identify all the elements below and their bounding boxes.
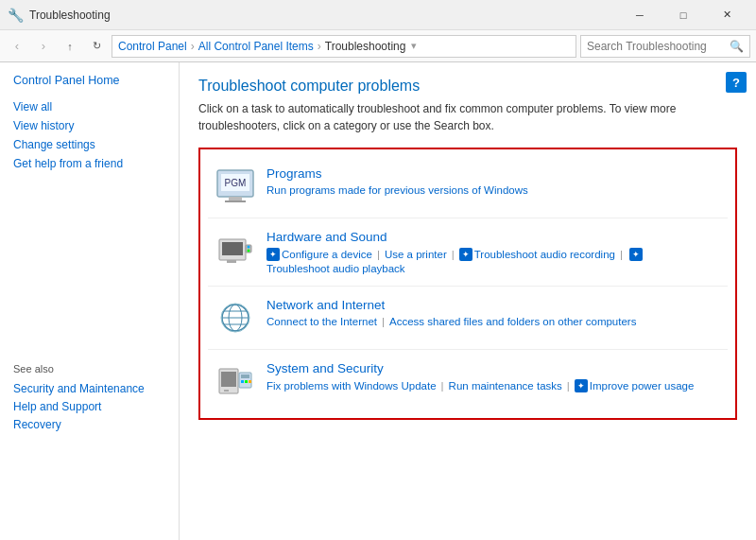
network-icon xyxy=(215,298,255,338)
window-icon: 🔧 xyxy=(8,8,24,23)
sep4: | xyxy=(382,316,385,327)
sidebar-item-help-support[interactable]: Help and Support xyxy=(13,400,165,413)
network-link-connect[interactable]: Connect to the Internet xyxy=(266,316,377,327)
programs-icon: PGM xyxy=(215,166,255,206)
titlebar: 🔧 Troubleshooting ─ □ ✕ xyxy=(0,0,756,30)
svg-rect-24 xyxy=(249,380,251,383)
sidebar-item-view-all[interactable]: View all xyxy=(13,100,165,113)
network-content: Network and Internet Connect to the Inte… xyxy=(266,298,720,327)
svg-point-8 xyxy=(248,246,250,249)
programs-links: Run programs made for previous versions … xyxy=(266,184,720,196)
category-item-network[interactable]: Network and Internet Connect to the Inte… xyxy=(208,287,728,350)
hardware-icon xyxy=(215,230,255,270)
back-button[interactable]: ‹ xyxy=(6,35,28,58)
audio-play-icon: ✦ xyxy=(629,248,643,261)
network-name[interactable]: Network and Internet xyxy=(266,298,720,312)
sidebar-item-security-maintenance[interactable]: Security and Maintenance xyxy=(13,382,165,395)
forward-button[interactable]: › xyxy=(32,35,55,58)
breadcrumb-all-items[interactable]: All Control Panel Items xyxy=(198,40,314,53)
system-content: System and Security Fix problems with Wi… xyxy=(266,361,720,392)
window-title: Troubleshooting xyxy=(29,9,618,22)
system-link-maintenance[interactable]: Run maintenance tasks xyxy=(449,380,562,392)
sidebar-item-change-settings[interactable]: Change settings xyxy=(13,138,165,151)
help-button[interactable]: ? xyxy=(726,72,747,93)
category-item-system[interactable]: System and Security Fix problems with Wi… xyxy=(208,350,728,412)
breadcrumb-control-panel[interactable]: Control Panel xyxy=(118,40,187,53)
configure-icon: ✦ xyxy=(266,248,280,261)
svg-rect-18 xyxy=(221,372,236,387)
sep6: | xyxy=(567,380,570,392)
window-controls: ─ □ ✕ xyxy=(618,0,748,30)
sidebar-nav: View all View history Change settings Ge… xyxy=(13,100,165,170)
hardware-link-audio-rec[interactable]: Troubleshoot audio recording xyxy=(474,249,615,260)
search-icon[interactable]: 🔍 xyxy=(730,40,744,53)
programs-link-1[interactable]: Run programs made for previous versions … xyxy=(266,184,528,196)
see-also-links: Security and Maintenance Help and Suppor… xyxy=(13,382,165,431)
svg-rect-21 xyxy=(241,375,249,378)
svg-point-9 xyxy=(248,250,250,253)
programs-name[interactable]: Programs xyxy=(266,166,720,181)
sidebar-item-get-help[interactable]: Get help from a friend xyxy=(13,157,165,170)
see-also-title: See also xyxy=(13,363,165,375)
sidebar-item-view-history[interactable]: View history xyxy=(13,119,165,132)
network-link-shared[interactable]: Access shared files and folders on other… xyxy=(389,316,636,327)
page-title: Troubleshoot computer problems xyxy=(198,78,737,95)
hardware-link-printer[interactable]: Use a printer xyxy=(385,249,447,260)
breadcrumb-dropdown[interactable]: ▾ xyxy=(411,40,417,52)
system-links: Fix problems with Windows Update | Run m… xyxy=(266,379,720,392)
up-button[interactable]: ↑ xyxy=(59,35,81,58)
breadcrumb-sep-2: › xyxy=(318,40,321,53)
audio-rec-icon: ✦ xyxy=(459,248,472,261)
svg-rect-23 xyxy=(245,380,248,383)
system-icon xyxy=(215,361,255,401)
control-panel-home-link[interactable]: Control Panel Home xyxy=(13,74,165,87)
network-links: Connect to the Internet | Access shared … xyxy=(266,316,720,327)
svg-rect-19 xyxy=(224,390,229,392)
svg-rect-6 xyxy=(222,242,243,255)
main-container: Control Panel Home View all View history… xyxy=(0,62,756,540)
programs-content: Programs Run programs made for previous … xyxy=(266,166,720,196)
sep2: | xyxy=(452,249,455,260)
system-link-power[interactable]: Improve power usage xyxy=(590,380,695,392)
minimize-button[interactable]: ─ xyxy=(618,0,662,30)
category-item-hardware[interactable]: Hardware and Sound ✦ Configure a device … xyxy=(208,218,728,287)
sep1: | xyxy=(377,249,380,260)
hardware-content: Hardware and Sound ✦ Configure a device … xyxy=(266,230,720,274)
system-name[interactable]: System and Security xyxy=(266,361,720,375)
content-area: ? Troubleshoot computer problems Click o… xyxy=(180,62,756,540)
category-item-programs[interactable]: PGM Programs Run programs made for previ… xyxy=(208,155,728,218)
svg-rect-22 xyxy=(241,380,244,383)
svg-rect-2 xyxy=(229,197,242,200)
search-input[interactable] xyxy=(587,40,730,53)
sidebar-item-recovery[interactable]: Recovery xyxy=(13,418,165,431)
hardware-link-configure[interactable]: Configure a device xyxy=(282,249,372,260)
hardware-links: ✦ Configure a device | Use a printer | ✦… xyxy=(266,248,720,274)
sidebar: Control Panel Home View all View history… xyxy=(0,62,180,540)
sep3: | xyxy=(620,249,623,260)
hardware-name[interactable]: Hardware and Sound xyxy=(266,230,720,244)
refresh-button[interactable]: ↻ xyxy=(85,35,108,58)
hardware-link-audio-play[interactable]: Troubleshoot audio playback xyxy=(266,263,405,274)
svg-text:PGM: PGM xyxy=(225,178,247,188)
power-icon: ✦ xyxy=(575,379,588,392)
svg-rect-10 xyxy=(227,260,236,263)
sep5: | xyxy=(441,380,444,392)
search-bar: 🔍 xyxy=(580,35,750,58)
close-button[interactable]: ✕ xyxy=(705,0,748,30)
maximize-button[interactable]: □ xyxy=(662,0,705,30)
system-link-update[interactable]: Fix problems with Windows Update xyxy=(266,380,437,392)
svg-rect-3 xyxy=(225,200,246,202)
content-description: Click on a task to automatically trouble… xyxy=(198,100,737,134)
breadcrumb-sep-1: › xyxy=(191,40,195,53)
category-box: PGM Programs Run programs made for previ… xyxy=(198,148,737,420)
breadcrumb: Control Panel › All Control Panel Items … xyxy=(112,35,576,58)
breadcrumb-current: Troubleshooting xyxy=(325,40,406,53)
addressbar: ‹ › ↑ ↻ Control Panel › All Control Pane… xyxy=(0,30,756,62)
